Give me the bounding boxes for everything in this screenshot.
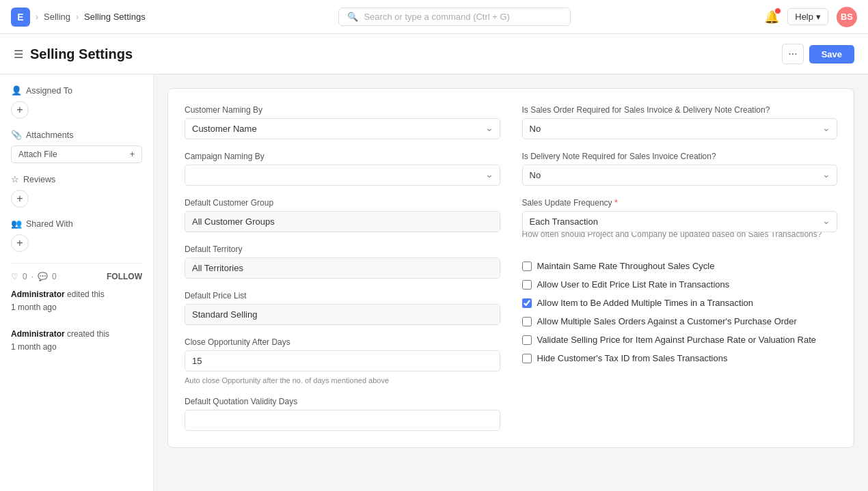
sales-update-freq-label: Sales Update Frequency * [522, 198, 838, 208]
checkbox-5[interactable] [522, 354, 532, 363]
notification-badge [775, 8, 781, 14]
checkbox-label-2: Allow Item to Be Added Multiple Times in… [537, 298, 754, 308]
add-shared-with-button[interactable]: + [11, 234, 29, 252]
shared-with-header: 👥 Shared With [11, 219, 142, 229]
close-opportunity-group: Close Opportunity After Days Auto close … [185, 337, 500, 384]
customer-naming-by-label: Customer Naming By [185, 105, 500, 115]
search-icon: 🔍 [347, 12, 358, 22]
reviews-label: Reviews [23, 175, 55, 184]
page-header-left: ☰ Selling Settings [14, 46, 133, 62]
default-quotation-validity-group: Default Quotation Validity Days [185, 397, 500, 431]
attachments-label: Attachments [26, 130, 73, 140]
close-opportunity-note: Auto close Opportunity after the no. of … [185, 376, 500, 384]
default-price-list-label: Default Price List [185, 291, 500, 300]
default-quotation-validity-input[interactable] [185, 410, 500, 431]
search-area[interactable]: 🔍 Search or type a command (Ctrl + G) [146, 8, 765, 26]
checkbox-item-2: Allow Item to Be Added Multiple Times in… [522, 298, 838, 308]
star-icon: ☆ [11, 174, 19, 184]
breadcrumb-selling[interactable]: Selling [44, 12, 70, 22]
activity-item-0: Administrator edited this 1 month ago [11, 288, 142, 314]
assigned-to-header: 👤 Assigned To [11, 85, 142, 96]
sales-order-required-select[interactable]: No [522, 118, 838, 139]
search-placeholder: Search or type a command (Ctrl + G) [364, 12, 510, 22]
default-territory-input[interactable] [185, 257, 500, 279]
shared-with-section: 👥 Shared With + [11, 219, 142, 252]
sidebar-stats: ♡ 0 · 💬 0 FOLLOW [11, 272, 142, 281]
follow-button[interactable]: FOLLOW [107, 272, 142, 281]
checkbox-label-0: Maintain Same Rate Throughout Sales Cycl… [537, 261, 715, 271]
avatar[interactable]: BS [837, 7, 857, 27]
notification-bell[interactable]: 🔔 [764, 10, 779, 25]
app-logo: E [11, 8, 30, 27]
top-nav: E › Selling › Selling Settings 🔍 Search … [0, 0, 868, 34]
default-quotation-validity-label: Default Quotation Validity Days [185, 397, 500, 406]
activity-item-1: Administrator created this 1 month ago [11, 328, 142, 354]
delivery-note-required-select[interactable]: No [522, 165, 838, 186]
delivery-note-required-label: Is Delivery Note Required for Sales Invo… [522, 152, 838, 161]
sales-update-freq-select[interactable]: Each Transaction [522, 211, 838, 232]
like-icon: ♡ [11, 272, 18, 281]
campaign-naming-by-wrapper[interactable] [185, 165, 500, 186]
hamburger-icon[interactable]: ☰ [14, 48, 23, 61]
form-left-col: Customer Naming By Customer Name Campaig… [185, 105, 500, 431]
campaign-naming-by-label: Campaign Naming By [185, 152, 500, 161]
attach-file-button[interactable]: Attach File + [11, 145, 142, 163]
attachments-section: 📎 Attachments Attach File + [11, 130, 142, 163]
activity-user-1: Administrator [11, 329, 65, 339]
campaign-naming-by-select[interactable] [185, 165, 500, 186]
activity-time-0: 1 month ago [11, 303, 57, 312]
checkbox-1[interactable] [522, 280, 532, 290]
attachments-header: 📎 Attachments [11, 130, 142, 140]
close-opportunity-input[interactable] [185, 350, 500, 371]
add-review-button[interactable]: + [11, 190, 29, 208]
people-icon: 👥 [11, 219, 22, 229]
likes-count: 0 [23, 272, 27, 281]
checkbox-4[interactable] [522, 335, 532, 345]
checkbox-item-3: Allow Multiple Sales Orders Against a Cu… [522, 316, 838, 326]
checkbox-label-1: Allow User to Edit Price List Rate in Tr… [537, 279, 730, 290]
sales-order-required-wrapper[interactable]: No [522, 118, 838, 139]
paperclip-icon: 📎 [11, 130, 22, 140]
chevron-down-icon: ▾ [816, 12, 821, 22]
help-button[interactable]: Help ▾ [787, 8, 828, 25]
save-button[interactable]: Save [809, 45, 854, 64]
search-bar[interactable]: 🔍 Search or type a command (Ctrl + G) [338, 8, 571, 26]
checkbox-label-5: Hide Customer's Tax ID from Sales Transa… [537, 353, 728, 363]
required-star: * [614, 198, 618, 208]
comment-icon: 💬 [38, 272, 48, 281]
main-layout: 👤 Assigned To + 📎 Attachments Attach Fil… [0, 74, 868, 491]
form-right-col: Is Sales Order Required for Sales Invoic… [522, 105, 838, 431]
activity-time-1: 1 month ago [11, 342, 57, 352]
campaign-naming-by-group: Campaign Naming By [185, 152, 500, 186]
sidebar-divider [11, 263, 142, 264]
default-territory-group: Default Territory [185, 244, 500, 279]
checkbox-0[interactable] [522, 262, 532, 271]
page-header: ☰ Selling Settings ··· Save [0, 34, 868, 74]
add-assigned-to-button[interactable]: + [11, 101, 29, 119]
customer-naming-by-group: Customer Naming By Customer Name [185, 105, 500, 139]
checkbox-item-5: Hide Customer's Tax ID from Sales Transa… [522, 353, 838, 363]
person-icon: 👤 [11, 85, 22, 96]
delivery-note-required-wrapper[interactable]: No [522, 165, 838, 186]
checkbox-item-1: Allow User to Edit Price List Rate in Tr… [522, 279, 838, 290]
more-options-button[interactable]: ··· [782, 44, 803, 64]
customer-naming-by-select[interactable]: Customer Name [185, 118, 500, 139]
content-area: Customer Naming By Customer Name Campaig… [154, 74, 868, 491]
customer-naming-by-wrapper[interactable]: Customer Name [185, 118, 500, 139]
default-customer-group-input[interactable] [185, 211, 500, 232]
checkbox-2[interactable] [522, 298, 532, 308]
breadcrumb-sep-1: › [36, 12, 38, 22]
checkbox-3[interactable] [522, 317, 532, 326]
default-price-list-group: Default Price List [185, 291, 500, 325]
comment-sep: · [31, 272, 33, 281]
breadcrumb-current: Selling Settings [84, 12, 146, 22]
assigned-to-section: 👤 Assigned To + [11, 85, 142, 119]
page-header-right: ··· Save [782, 44, 854, 64]
sales-update-freq-wrapper[interactable]: Each Transaction [522, 211, 838, 232]
default-price-list-input[interactable] [185, 304, 500, 325]
comments-count: 0 [52, 272, 57, 281]
checkbox-group: Maintain Same Rate Throughout Sales Cycl… [522, 261, 838, 363]
checkbox-item-0: Maintain Same Rate Throughout Sales Cycl… [522, 261, 838, 271]
reviews-header: ☆ Reviews [11, 174, 142, 184]
attach-file-label: Attach File [18, 150, 57, 159]
